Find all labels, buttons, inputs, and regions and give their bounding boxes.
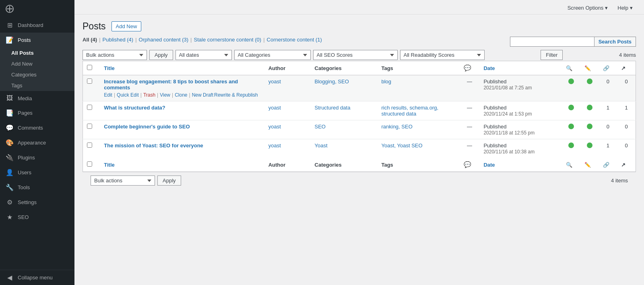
post-author-link[interactable]: yoast (268, 142, 281, 149)
apply-button-top[interactable]: Apply (149, 50, 173, 60)
filter-links: All (4) | Published (4) | Orphaned conte… (83, 37, 322, 43)
filter-all[interactable]: All (4) (83, 37, 97, 43)
sidebar-item-comments[interactable]: 💬 Comments (0, 120, 74, 135)
footer-select-all-checkbox[interactable] (87, 161, 92, 167)
comments-dash: — (467, 142, 472, 149)
row-tags-cell: ranking, SEO (377, 120, 459, 139)
post-title-link[interactable]: What is structured data? (104, 105, 165, 111)
footer-links: 🔗 (599, 158, 617, 172)
date-sort-link[interactable]: Date (483, 65, 495, 71)
post-tags-link[interactable]: ranking, SEO (381, 124, 412, 130)
row-checkbox[interactable] (87, 78, 92, 84)
footer-date-sort[interactable]: Date (483, 162, 495, 168)
bottom-toolbar: Bulk actions Apply 4 items (83, 172, 636, 189)
sidebar-item-collapse[interactable]: ◀ Collapse menu (0, 270, 74, 285)
add-new-button[interactable]: Add New (111, 21, 142, 31)
table-footer-row: Title Author Categories Tags 💬 Date 🔍 ✏️… (83, 158, 636, 172)
post-tags-link[interactable]: Yoast, Yoast SEO (381, 142, 422, 149)
search-button[interactable]: Search Posts (594, 37, 636, 47)
row-title-cell: Complete beginner's guide to SEO (100, 120, 264, 139)
row-actions: Edit|Quick Edit|Trash|View|Clone|New Dra… (104, 92, 260, 98)
sidebar-item-appearance[interactable]: 🎨 Appearance (0, 135, 74, 150)
row-seo-cell (562, 75, 580, 101)
row-seo-cell (562, 139, 580, 158)
sidebar-item-categories[interactable]: Categories (6, 69, 74, 80)
table-header-row: Title Author Categories Tags 💬 Date 🔍 (83, 61, 636, 75)
post-category-link[interactable]: Yoast (315, 142, 328, 149)
filter-orphaned[interactable]: Orphaned content (3) (139, 37, 189, 43)
row-action-rewrite-&-republish[interactable]: Rewrite & Republish (214, 92, 258, 98)
seo-dot (568, 124, 574, 129)
post-category-link[interactable]: SEO (315, 124, 326, 130)
sidebar-item-label: Appearance (18, 140, 46, 146)
sidebar-item-posts[interactable]: 📝 Posts (0, 33, 74, 48)
pages-icon: 📑 (6, 109, 14, 117)
sidebar-item-tags[interactable]: Tags (6, 80, 74, 91)
row-action-new-draft[interactable]: New Draft (192, 92, 213, 98)
table-row: Complete beginner's guide to SEO yoast S… (83, 120, 636, 139)
sidebar-item-media[interactable]: 🖼 Media (0, 91, 74, 105)
post-tags-link[interactable]: blog (381, 78, 391, 85)
comments-dash: — (467, 78, 472, 85)
filter-stale[interactable]: Stale cornerstone content (0) (194, 37, 261, 43)
sidebar-item-settings[interactable]: ⚙ Settings (0, 195, 74, 210)
post-author-link[interactable]: yoast (268, 105, 281, 111)
row-comments-cell: — (460, 120, 480, 139)
sidebar-item-add-new[interactable]: Add New (6, 58, 74, 69)
post-author-link[interactable]: yoast (268, 78, 281, 85)
post-category-link[interactable]: Blogging, SEO (315, 78, 349, 85)
row-comments-cell: — (460, 139, 480, 158)
filter-button-top[interactable]: Filter (541, 50, 563, 60)
all-seo-scores-select[interactable]: All SEO Scores (313, 50, 398, 60)
post-tags-link[interactable]: rich results, schema.org, structured dat… (381, 105, 438, 117)
apply-button-bottom[interactable]: Apply (157, 176, 181, 186)
sidebar-item-label: Settings (18, 199, 37, 205)
all-dates-select[interactable]: All dates (175, 50, 232, 60)
items-count-top: 4 items (619, 52, 636, 58)
row-action-view[interactable]: View (160, 92, 170, 98)
date-time: 2020/11/24 at 1:53 pm (483, 111, 532, 117)
select-all-checkbox[interactable] (87, 65, 92, 70)
collapse-icon: ◀ (6, 274, 14, 281)
row-date-cell: Published 2020/11/18 at 12:55 pm (479, 120, 561, 139)
row-comments-cell: — (460, 101, 480, 120)
sidebar-item-all-posts[interactable]: All Posts (6, 48, 74, 58)
row-readability-count-cell: 0 (617, 120, 636, 139)
row-readability-cell (580, 139, 599, 158)
row-tags-cell: rich results, schema.org, structured dat… (377, 101, 459, 120)
row-checkbox[interactable] (87, 124, 92, 129)
sidebar-item-users[interactable]: 👤 Users (0, 165, 74, 180)
post-author-link[interactable]: yoast (268, 124, 281, 130)
sidebar-item-seo[interactable]: ★ SEO (0, 210, 74, 225)
footer-title-sort[interactable]: Title (104, 162, 115, 168)
row-action-clone[interactable]: Clone (175, 92, 187, 98)
screen-options-button[interactable]: Screen Options ▾ (563, 2, 613, 13)
filter-published[interactable]: Published (4) (103, 37, 134, 43)
sidebar-item-pages[interactable]: 📑 Pages (0, 105, 74, 120)
row-checkbox[interactable] (87, 142, 92, 148)
post-category-link[interactable]: Structured data (315, 105, 351, 111)
post-title-link[interactable]: Complete beginner's guide to SEO (104, 124, 190, 130)
title-sort-link[interactable]: Title (104, 65, 115, 71)
all-readability-select[interactable]: All Readability Scores (400, 50, 485, 60)
row-checkbox[interactable] (87, 105, 92, 110)
all-categories-select[interactable]: All Categories (234, 50, 311, 60)
row-action-quick-edit[interactable]: Quick Edit (117, 92, 139, 98)
footer-date: Date (479, 158, 561, 172)
footer-categories: Categories (311, 158, 378, 172)
sidebar-item-plugins[interactable]: 🔌 Plugins (0, 150, 74, 165)
post-title-link[interactable]: The mission of Yoast: SEO for everyone (104, 142, 203, 149)
header-checkbox-col (83, 61, 100, 75)
readability-count: 0 (625, 124, 628, 130)
post-title-link[interactable]: Increase blog engagement: 8 tips to boos… (104, 78, 238, 91)
row-action-edit[interactable]: Edit (104, 92, 112, 98)
row-author-cell: yoast (264, 75, 311, 101)
row-action-trash[interactable]: Trash (143, 92, 155, 98)
sidebar-item-tools[interactable]: 🔧 Tools (0, 180, 74, 195)
filter-cornerstone[interactable]: Cornerstone content (1) (267, 37, 322, 43)
bulk-actions-select-top[interactable]: Bulk actions (83, 50, 147, 60)
bulk-actions-select-bottom[interactable]: Bulk actions (91, 176, 155, 186)
search-input[interactable] (510, 37, 594, 47)
help-button[interactable]: Help ▾ (613, 2, 638, 13)
sidebar-item-dashboard[interactable]: ⊞ Dashboard (0, 18, 74, 33)
